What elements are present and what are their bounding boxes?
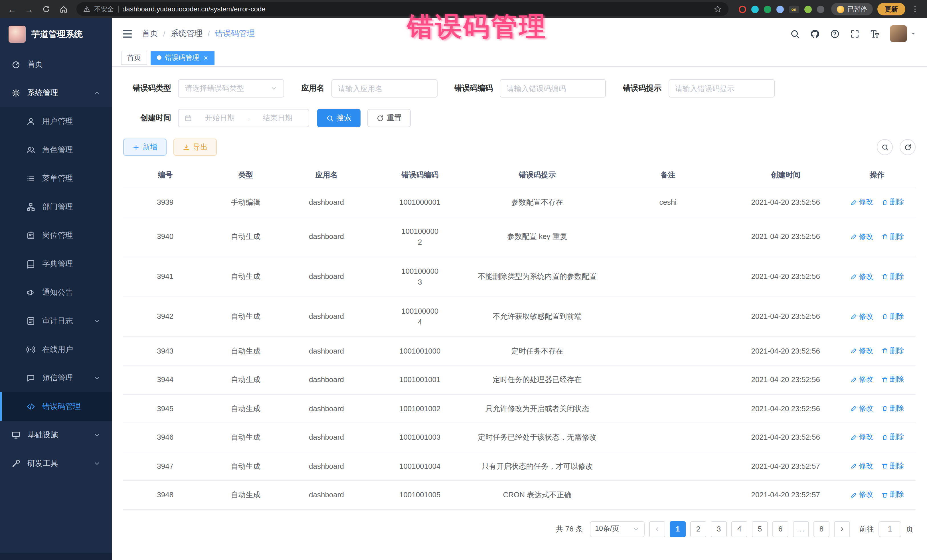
forward-button[interactable]: → [22, 2, 36, 17]
cell-remark [603, 308, 732, 325]
sidebar-item-post-management[interactable]: 岗位管理 [0, 221, 112, 250]
update-button[interactable]: 更新 [877, 3, 905, 15]
filter-label-create-time: 创建时间 [123, 113, 171, 123]
search-button[interactable]: 搜索 [317, 109, 360, 127]
sidebar-footer [0, 553, 112, 560]
sidebar-item-menu-management[interactable]: 菜单管理 [0, 164, 112, 193]
toggle-search-button[interactable] [877, 139, 893, 155]
paused-badge[interactable]: 已暂停 [831, 3, 873, 15]
back-button[interactable]: ← [5, 2, 20, 17]
not-secure-icon [83, 6, 90, 12]
extension-icon[interactable] [764, 5, 771, 13]
table-row: 3947 自动生成 dashboard 1001001004 只有开启状态的任务… [123, 452, 916, 481]
edit-link[interactable]: 修改 [850, 403, 873, 414]
bookmark-star-icon[interactable] [713, 5, 721, 13]
user-menu[interactable] [890, 25, 917, 42]
delete-link[interactable]: 删除 [881, 271, 904, 282]
reload-button[interactable] [39, 2, 54, 17]
help-icon[interactable] [830, 29, 840, 38]
export-button[interactable]: 导出 [173, 138, 217, 156]
goto-page-input[interactable] [878, 521, 901, 537]
edit-link[interactable]: 修改 [850, 346, 873, 357]
extension-icon[interactable] [817, 5, 824, 13]
sidebar-item-label: 岗位管理 [42, 231, 73, 241]
edit-link[interactable]: 修改 [850, 461, 873, 472]
page-button[interactable]: 1 [670, 521, 686, 537]
page-button[interactable]: 2 [690, 521, 706, 537]
avatar[interactable] [890, 25, 907, 42]
edit-link[interactable]: 修改 [850, 432, 873, 443]
cell-actions: 修改 删除 [839, 366, 915, 394]
sidebar-item-sms-management[interactable]: 短信管理 [0, 364, 112, 392]
delete-link[interactable]: 删除 [881, 490, 904, 501]
sidebar-item-dev-tools[interactable]: 研发工具 [0, 449, 112, 478]
sidebar-item-infrastructure[interactable]: 基础设施 [0, 421, 112, 449]
delete-link[interactable]: 删除 [881, 461, 904, 472]
sidebar-item-home[interactable]: 首页 [0, 50, 112, 79]
create-time-range-picker[interactable]: 开始日期 - 结束日期 [178, 109, 309, 127]
browser-menu-kebab-icon[interactable] [907, 2, 922, 17]
sidebar-item-dept-management[interactable]: 部门管理 [0, 193, 112, 221]
sidebar-item-online-users[interactable]: 在线用户 [0, 335, 112, 364]
page-numbers: 123456...8 [670, 521, 830, 537]
sidebar-item-notice[interactable]: 通知公告 [0, 278, 112, 307]
breadcrumb-item[interactable]: 首页 [142, 29, 158, 39]
sidebar-item-system-management[interactable]: 系统管理 [0, 79, 112, 107]
sidebar-item-error-code-management[interactable]: 错误码管理 [0, 392, 112, 421]
edit-link[interactable]: 修改 [850, 311, 873, 322]
delete-link[interactable]: 删除 [881, 403, 904, 414]
page-button[interactable]: 5 [752, 521, 768, 537]
tab-home[interactable]: 首页 [121, 50, 147, 65]
error-hint-input[interactable] [668, 79, 774, 97]
sidebar-item-audit-log[interactable]: 审计日志 [0, 307, 112, 335]
edit-link[interactable]: 修改 [850, 197, 873, 208]
fullscreen-icon[interactable] [850, 29, 860, 38]
extension-icon[interactable] [739, 5, 746, 13]
cell-id: 3940 [123, 223, 207, 251]
cell-create-time: 2021-04-20 23:52:57 [732, 481, 839, 509]
hamburger-icon[interactable] [122, 28, 133, 39]
page-button[interactable]: 8 [813, 521, 830, 537]
next-page-button[interactable] [834, 521, 850, 537]
page-size-select[interactable]: 10条/页 [590, 521, 644, 537]
font-size-icon[interactable] [870, 29, 880, 38]
breadcrumb-item[interactable]: 系统管理 [170, 29, 202, 39]
edit-link[interactable]: 修改 [850, 374, 873, 385]
delete-link[interactable]: 删除 [881, 346, 904, 357]
sidebar-item-user-management[interactable]: 用户管理 [0, 107, 112, 136]
add-button[interactable]: 新增 [123, 138, 167, 156]
extension-icon[interactable] [776, 5, 784, 13]
extension-icon[interactable] [804, 5, 812, 13]
error-code-input[interactable] [500, 79, 606, 97]
search-icon[interactable] [790, 29, 800, 38]
cell-remark: ceshi [603, 188, 732, 216]
tab-error-code[interactable]: 错误码管理× [150, 50, 214, 65]
delete-link[interactable]: 删除 [881, 432, 904, 443]
home-button[interactable] [56, 2, 71, 17]
delete-link[interactable]: 删除 [881, 311, 904, 322]
page-button[interactable]: 3 [711, 521, 727, 537]
edit-link[interactable]: 修改 [850, 490, 873, 501]
page-more-button[interactable]: ... [793, 521, 809, 537]
sidebar-item-role-management[interactable]: 角色管理 [0, 136, 112, 164]
prev-page-button[interactable] [649, 521, 665, 537]
extension-toolbar: on [734, 5, 828, 13]
delete-link[interactable]: 删除 [881, 231, 904, 242]
address-bar[interactable]: 不安全 dashboard.yudao.iocoder.cn/system/er… [76, 2, 728, 16]
edit-link[interactable]: 修改 [850, 231, 873, 242]
caret-down-icon [910, 30, 917, 37]
edit-link[interactable]: 修改 [850, 271, 873, 282]
extension-icon[interactable]: on [789, 5, 799, 13]
extension-icon[interactable] [751, 5, 758, 13]
tab-close-icon[interactable]: × [204, 54, 208, 61]
refresh-table-button[interactable] [900, 139, 916, 155]
page-button[interactable]: 6 [772, 521, 789, 537]
reset-button[interactable]: 重置 [368, 109, 411, 127]
page-button[interactable]: 4 [731, 521, 747, 537]
delete-link[interactable]: 删除 [881, 374, 904, 385]
error-code-type-select[interactable]: 请选择错误码类型 [178, 79, 284, 97]
github-icon[interactable] [810, 29, 820, 38]
sidebar-item-dict-management[interactable]: 字典管理 [0, 250, 112, 278]
delete-link[interactable]: 删除 [881, 197, 904, 208]
app-name-input[interactable] [331, 79, 437, 97]
